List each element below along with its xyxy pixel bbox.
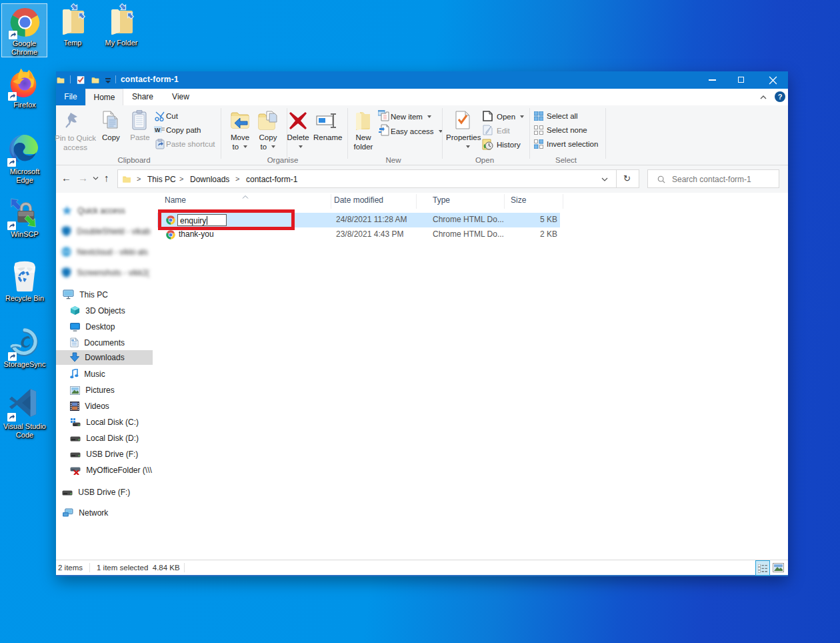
svg-text:W: W [155, 127, 161, 133]
